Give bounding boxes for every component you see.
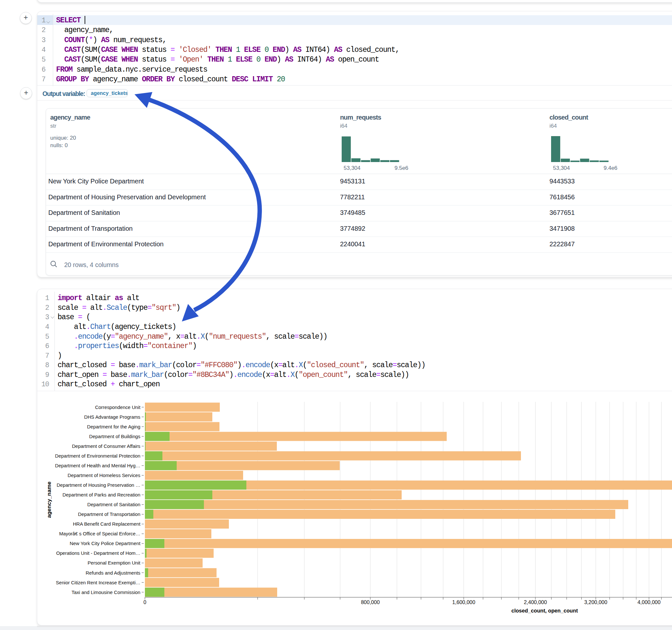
svg-text:3,200,000: 3,200,000: [584, 600, 607, 605]
svg-text:4,000,000: 4,000,000: [637, 600, 660, 605]
svg-text:Department for the Aging: Department for the Aging: [87, 424, 140, 429]
svg-text:New York City Police Departmen: New York City Police Department: [70, 541, 140, 546]
svg-text:Department of Environmental Pr: Department of Environmental Protection: [55, 453, 140, 459]
svg-text:agency_name: agency_name: [46, 482, 52, 518]
svg-text:Department of Housing Preserva: Department of Housing Preservation …: [57, 483, 140, 488]
svg-text:DHS Advantage Programs: DHS Advantage Programs: [84, 414, 140, 420]
svg-text:Mayorâ€ s Office of Special En: Mayorâ€ s Office of Special Enforce…: [59, 531, 140, 536]
svg-text:Correspondence Unit: Correspondence Unit: [95, 405, 140, 410]
svg-text:Department of Transportation: Department of Transportation: [78, 512, 140, 517]
svg-text:Senior Citizen Rent Increase E: Senior Citizen Rent Increase Exempti…: [56, 580, 140, 585]
svg-text:Operations Unit - Department o: Operations Unit - Department of Hom…: [56, 551, 140, 556]
svg-text:Department of Buildings: Department of Buildings: [89, 434, 140, 439]
svg-text:Department of Health and Menta: Department of Health and Mental Hyg…: [55, 463, 140, 468]
svg-text:Department of Consumer Affairs: Department of Consumer Affairs: [72, 444, 140, 449]
svg-text:Refunds and Adjustments: Refunds and Adjustments: [86, 571, 140, 576]
svg-text:0: 0: [144, 600, 146, 605]
svg-text:Taxi and Limousine Commission: Taxi and Limousine Commission: [72, 590, 140, 595]
svg-text:closed_count, open_count: closed_count, open_count: [511, 608, 578, 613]
svg-text:Department of Homeless Service: Department of Homeless Services: [67, 473, 140, 478]
svg-text:2,400,000: 2,400,000: [524, 600, 547, 605]
svg-text:Department of Sanitation: Department of Sanitation: [87, 502, 140, 507]
svg-text:Department of Parks and Recrea: Department of Parks and Recreation: [63, 492, 140, 498]
svg-text:Personal Exemption Unit: Personal Exemption Unit: [88, 560, 140, 565]
svg-text:800,000: 800,000: [361, 600, 380, 605]
svg-text:HRA Benefit Card Replacement: HRA Benefit Card Replacement: [73, 522, 140, 527]
svg-text:1,600,000: 1,600,000: [452, 600, 475, 605]
